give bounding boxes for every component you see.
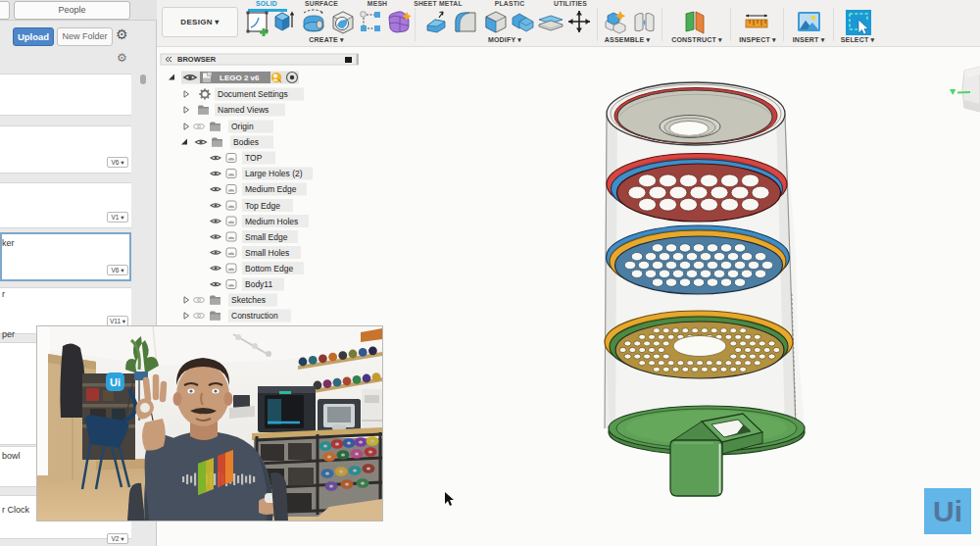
svg-text:Body11: Body11 [245, 279, 272, 289]
svg-text:Sketches: Sketches [231, 295, 266, 305]
svg-text:Medium Holes: Medium Holes [245, 217, 298, 226]
svg-text:BROWSER: BROWSER [177, 55, 217, 64]
svg-text:LEGO 2 v6: LEGO 2 v6 [220, 74, 260, 82]
svg-text:Medium Edge: Medium Edge [245, 184, 297, 194]
svg-text:Bottom Edge: Bottom Edge [245, 264, 293, 273]
svg-text:Top Edge: Top Edge [245, 201, 280, 211]
svg-text:Ui: Ui [110, 376, 121, 388]
svg-text:Bodies: Bodies [233, 137, 259, 147]
svg-text:Small Edge: Small Edge [245, 232, 288, 242]
svg-text:TOP: TOP [245, 153, 263, 163]
svg-text:Document Settings: Document Settings [218, 89, 288, 99]
svg-text:Named Views: Named Views [218, 105, 269, 115]
svg-text:Construction: Construction [231, 311, 278, 321]
svg-text:Origin: Origin [231, 122, 254, 131]
svg-text:Large Holes (2): Large Holes (2) [245, 169, 303, 178]
svg-text:Small Holes: Small Holes [245, 248, 289, 258]
